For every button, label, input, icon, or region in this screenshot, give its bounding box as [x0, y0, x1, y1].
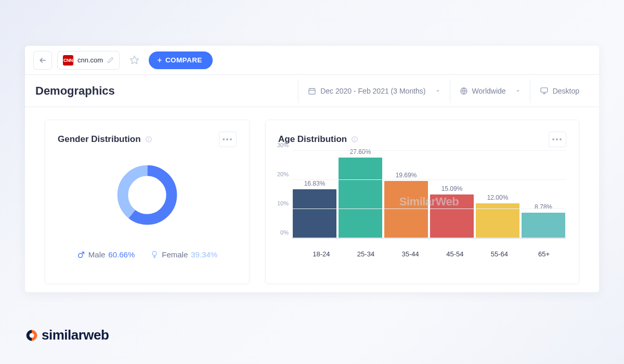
- bar-column: 15.09%: [430, 185, 474, 239]
- filter-device[interactable]: Desktop: [530, 79, 589, 103]
- content: Gender Distribution ••• Male 60.66%: [25, 107, 599, 284]
- info-icon[interactable]: [351, 136, 358, 143]
- favorite-button[interactable]: [125, 51, 144, 70]
- legend-male-value: 60.66%: [108, 250, 135, 259]
- filters: Dec 2020 - Feb 2021 (3 Months) Worldwide…: [298, 79, 589, 103]
- card-title: Age Distribution: [278, 134, 358, 145]
- card-title-text: Gender Distribution: [58, 134, 141, 145]
- chevron-down-icon: [515, 88, 521, 94]
- legend-male: Male 60.66%: [77, 250, 135, 259]
- subheader: Demographics Dec 2020 - Feb 2021 (3 Mont…: [25, 75, 599, 107]
- male-icon: [77, 251, 85, 259]
- bar-column: 12.00%: [476, 194, 519, 238]
- bar-rect: [293, 189, 336, 238]
- x-tick-label: 45-54: [433, 250, 477, 258]
- legend-female: Female 39.34%: [150, 250, 217, 259]
- star-icon: [129, 55, 139, 65]
- filter-device-label: Desktop: [553, 87, 579, 95]
- x-tick-label: 65+: [522, 250, 566, 258]
- svg-rect-2: [309, 88, 315, 94]
- legend-male-label: Male: [88, 250, 106, 259]
- ellipsis-icon: •••: [552, 135, 563, 144]
- svg-rect-8: [541, 88, 548, 93]
- site-name: cnn.com: [77, 56, 103, 64]
- x-tick-label: 18-24: [300, 250, 343, 258]
- calendar-icon: [308, 87, 316, 95]
- bar-value-label: 15.09%: [441, 185, 463, 192]
- y-axis: 0%10%20%30%: [278, 151, 292, 239]
- app-window: CNN cnn.com + COMPARE Demographics Dec 2…: [25, 46, 599, 292]
- grid-line: [292, 150, 566, 151]
- edit-icon[interactable]: [107, 57, 114, 63]
- bar-value-label: 16.83%: [304, 180, 326, 187]
- bar-column: 19.69%: [384, 172, 428, 238]
- x-tick-label: 25-34: [344, 250, 387, 258]
- bar-value-label: 12.00%: [487, 194, 509, 201]
- legend-female-value: 39.34%: [191, 250, 217, 259]
- compare-label: COMPARE: [165, 56, 202, 64]
- brand-name: similarweb: [42, 327, 109, 343]
- page-title: Demographics: [35, 84, 115, 98]
- bar-rect: [430, 194, 474, 239]
- bar-rect: [522, 213, 565, 238]
- info-icon[interactable]: [145, 136, 152, 143]
- chart-plot: SimilarWeb 16.83%27.60%19.69%15.09%12.00…: [292, 151, 566, 239]
- x-tick-label: 55-64: [477, 250, 521, 258]
- female-icon: [150, 251, 159, 259]
- gender-legend: Male 60.66% Female 39.34%: [58, 250, 237, 259]
- filter-region-label: Worldwide: [472, 87, 506, 95]
- bar-value-label: 27.60%: [350, 148, 371, 155]
- gender-donut-chart: [58, 150, 237, 240]
- desktop-icon: [540, 86, 549, 95]
- bar-rect: [384, 181, 428, 238]
- svg-point-13: [148, 138, 149, 138]
- card-more-button[interactable]: •••: [549, 132, 566, 147]
- donut-svg: [115, 163, 179, 227]
- chevron-down-icon: [435, 88, 440, 94]
- ellipsis-icon: •••: [223, 135, 233, 144]
- card-title: Gender Distribution: [58, 134, 152, 145]
- compare-button[interactable]: + COMPARE: [149, 51, 213, 69]
- bar-value-label: 19.69%: [396, 172, 417, 179]
- card-age-distribution: Age Distribution ••• 0%10%20%30% Similar…: [265, 120, 579, 284]
- grid-line: [292, 179, 566, 180]
- filter-date-range[interactable]: Dec 2020 - Feb 2021 (3 Months): [298, 79, 449, 103]
- header-bar: CNN cnn.com + COMPARE: [25, 46, 599, 75]
- bar-column: 27.60%: [339, 148, 382, 238]
- back-button[interactable]: [33, 51, 52, 70]
- filter-date-label: Dec 2020 - Feb 2021 (3 Months): [320, 87, 425, 95]
- card-gender-distribution: Gender Distribution ••• Male 60.66%: [45, 120, 250, 284]
- y-tick-label: 10%: [277, 200, 289, 206]
- grid-line: [292, 209, 566, 209]
- age-bar-chart: 0%10%20%30% SimilarWeb 16.83%27.60%19.69…: [278, 151, 566, 246]
- bar-value-label: 8.78%: [535, 203, 552, 211]
- site-favicon: CNN: [63, 55, 73, 66]
- legend-female-label: Female: [162, 250, 188, 259]
- y-tick-label: 0%: [280, 229, 289, 236]
- svg-point-17: [152, 251, 157, 255]
- plus-icon: +: [157, 56, 162, 64]
- svg-point-22: [355, 138, 355, 138]
- x-tick-label: 35-44: [388, 250, 432, 258]
- svg-point-15: [79, 253, 83, 257]
- brand-logo-icon: [25, 329, 38, 342]
- card-more-button[interactable]: •••: [219, 132, 237, 147]
- grid-line: [292, 238, 566, 238]
- y-tick-label: 20%: [277, 171, 289, 177]
- filter-region[interactable]: Worldwide: [450, 79, 530, 103]
- site-chip[interactable]: CNN cnn.com: [57, 51, 120, 70]
- x-axis: 18-2425-3435-4445-5455-6465+: [278, 246, 566, 258]
- globe-icon: [460, 87, 468, 95]
- brand-footer: similarweb: [25, 327, 109, 343]
- card-header: Age Distribution •••: [278, 132, 566, 147]
- card-header: Gender Distribution •••: [58, 132, 237, 147]
- bar-rect: [339, 158, 382, 238]
- y-tick-label: 30%: [277, 142, 289, 148]
- svg-marker-1: [130, 56, 138, 64]
- arrow-left-icon: [38, 56, 47, 64]
- svg-point-23: [29, 333, 34, 337]
